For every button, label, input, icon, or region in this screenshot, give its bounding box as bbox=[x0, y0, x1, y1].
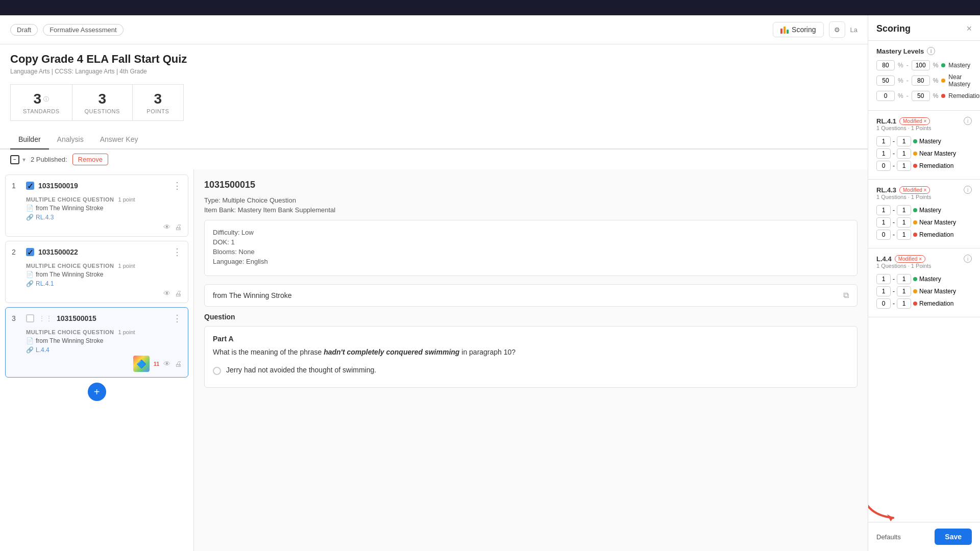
stat-points: 3 POINTS bbox=[133, 84, 184, 121]
rl43-mastery-v2[interactable] bbox=[897, 205, 911, 215]
rl41-modified-badge[interactable]: Modified × bbox=[899, 117, 930, 125]
q1-print-icon[interactable]: 🖨 bbox=[175, 223, 182, 231]
l44-info-icon[interactable]: i bbox=[964, 255, 972, 263]
source-bar: from The Winning Stroke ⧉ bbox=[204, 284, 857, 307]
rl41-rem-label: Remediation bbox=[919, 162, 953, 169]
l44-mastery-label: Mastery bbox=[919, 276, 941, 283]
q1-visibility-icon[interactable]: 👁 bbox=[163, 223, 170, 231]
rl43-rem-dot bbox=[913, 233, 917, 237]
standard-rl43-id: RL.4.3 bbox=[876, 186, 896, 194]
q3-print-icon[interactable]: 🖨 bbox=[175, 360, 182, 368]
rl41-info-icon[interactable]: i bbox=[964, 117, 972, 125]
source-expand-icon[interactable]: ⧉ bbox=[843, 291, 849, 300]
settings-button[interactable]: ⚙ bbox=[829, 21, 845, 38]
standard-section-rl41: RL.4.1 Modified × i 1 Questions · 1 Poin… bbox=[868, 111, 980, 180]
l44-remediation-row: - Remediation bbox=[876, 298, 972, 309]
collapse-button[interactable]: − ▾ bbox=[10, 155, 26, 164]
remove-button[interactable]: Remove bbox=[72, 154, 108, 165]
mastery-min-remediation[interactable] bbox=[876, 91, 895, 101]
l44-near-row: - Near Mastery bbox=[876, 286, 972, 296]
rl43-near-v2[interactable] bbox=[897, 217, 911, 228]
l44-rem-v1[interactable] bbox=[876, 298, 891, 309]
q1-type: MULTIPLE CHOICE QUESTION bbox=[26, 196, 114, 203]
la-label: La bbox=[850, 26, 857, 34]
q3-actions: 🔷 11 👁 🖨 bbox=[26, 356, 182, 372]
rl41-near-v2[interactable] bbox=[897, 148, 911, 159]
mastery-info-icon[interactable]: i bbox=[927, 47, 935, 55]
q3-visibility-icon[interactable]: 👁 bbox=[163, 360, 170, 368]
rl43-modified-badge[interactable]: Modified × bbox=[899, 186, 930, 194]
detail-type: Type: Multiple Choice Question bbox=[204, 196, 857, 204]
mastery-name-mastery: Mastery bbox=[948, 62, 970, 69]
q1-id: 1031500019 bbox=[38, 182, 168, 190]
q1-menu[interactable]: ⋮ bbox=[173, 180, 182, 191]
tab-analysis[interactable]: Analysis bbox=[49, 130, 92, 149]
rl43-info-icon[interactable]: i bbox=[964, 186, 972, 194]
q2-id: 1031500022 bbox=[38, 248, 168, 256]
question-card-1[interactable]: 1 ✓ 1031500019 ⋮ MULTIPLE CHOICE QUESTIO… bbox=[5, 174, 188, 237]
mastery-min-mastery[interactable] bbox=[876, 60, 895, 70]
add-question-button[interactable]: + bbox=[88, 383, 106, 401]
q3-menu[interactable]: ⋮ bbox=[173, 313, 182, 324]
defaults-button[interactable]: Defaults bbox=[876, 533, 901, 541]
q3-checkbox[interactable] bbox=[26, 314, 34, 322]
mastery-min-near[interactable] bbox=[876, 76, 895, 86]
published-label: 2 Published: bbox=[31, 156, 67, 163]
l44-near-v1[interactable] bbox=[876, 286, 891, 296]
scoring-button[interactable]: Scoring bbox=[773, 22, 823, 37]
rl43-near-label: Near Mastery bbox=[919, 219, 956, 226]
q2-body: MULTIPLE CHOICE QUESTION 1 point 📄 from … bbox=[6, 263, 188, 303]
tab-builder[interactable]: Builder bbox=[10, 130, 49, 149]
rl43-mastery-v1[interactable] bbox=[876, 205, 891, 215]
l44-near-v2[interactable] bbox=[897, 286, 911, 296]
q2-checkbox[interactable]: ✓ bbox=[26, 248, 34, 256]
question-card-2[interactable]: 2 ✓ 1031500022 ⋮ MULTIPLE CHOICE QUESTIO… bbox=[5, 241, 188, 303]
scoring-panel-close[interactable]: × bbox=[966, 23, 972, 34]
detail-language: Language: English bbox=[213, 258, 849, 265]
mastery-max-near[interactable] bbox=[912, 76, 930, 86]
radio-1[interactable] bbox=[213, 367, 221, 375]
tab-answer-key[interactable]: Answer Key bbox=[92, 130, 146, 149]
q1-checkbox[interactable]: ✓ bbox=[26, 182, 34, 190]
stats-row: 3 ⓘ STANDARDS 3 QUESTIONS 3 POINTS bbox=[0, 79, 868, 126]
rl43-rem-label: Remediation bbox=[919, 231, 953, 238]
q1-points: 1 point bbox=[118, 196, 135, 203]
drag-handle[interactable]: ⋮⋮ bbox=[38, 314, 53, 322]
stat-questions-value: 3 bbox=[85, 91, 120, 107]
rl43-rem-v2[interactable] bbox=[897, 230, 911, 240]
save-button[interactable]: Save bbox=[935, 529, 972, 545]
q2-actions: 👁 🖨 bbox=[26, 289, 182, 297]
draft-badge[interactable]: Draft bbox=[10, 24, 38, 36]
rl41-mastery-v1[interactable] bbox=[876, 136, 891, 146]
rl41-mastery-label: Mastery bbox=[919, 138, 941, 145]
question-card-3[interactable]: 3 ⋮⋮ 1031500015 ⋮ MULTIPLE CHOICE QUESTI… bbox=[5, 307, 188, 378]
l44-mastery-v1[interactable] bbox=[876, 274, 891, 284]
rl43-mastery-dot bbox=[913, 208, 917, 212]
part-label: Part A bbox=[213, 335, 849, 343]
rl43-mastery-label: Mastery bbox=[919, 207, 941, 214]
stat-standards-label: STANDARDS bbox=[23, 108, 60, 114]
l44-rem-v2[interactable] bbox=[897, 298, 911, 309]
l44-modified-badge[interactable]: Modified × bbox=[895, 255, 925, 263]
mastery-dot-green bbox=[941, 63, 945, 67]
mastery-levels-section: Mastery Levels i % - % Mastery % - % bbox=[868, 41, 980, 111]
rl43-mastery-row: - Mastery bbox=[876, 205, 972, 215]
q3-id: 1031500015 bbox=[57, 314, 168, 322]
l44-mastery-v2[interactable] bbox=[897, 274, 911, 284]
q2-menu[interactable]: ⋮ bbox=[173, 246, 182, 258]
l44-mastery-row: - Mastery bbox=[876, 274, 972, 284]
mastery-max-mastery[interactable] bbox=[912, 60, 930, 70]
rl41-mastery-v2[interactable] bbox=[897, 136, 911, 146]
mastery-max-remediation[interactable] bbox=[912, 91, 930, 101]
rl43-rem-v1[interactable] bbox=[876, 230, 891, 240]
l44-rem-label: Remediation bbox=[919, 300, 953, 307]
q2-print-icon[interactable]: 🖨 bbox=[175, 289, 182, 297]
rl41-near-v1[interactable] bbox=[876, 148, 891, 159]
top-bar bbox=[0, 0, 980, 15]
detail-blooms: Blooms: None bbox=[213, 248, 849, 256]
formative-badge[interactable]: Formative Assessment bbox=[43, 24, 124, 36]
rl41-rem-v1[interactable] bbox=[876, 161, 891, 171]
rl41-rem-v2[interactable] bbox=[897, 161, 911, 171]
q2-visibility-icon[interactable]: 👁 bbox=[163, 289, 170, 297]
rl43-near-v1[interactable] bbox=[876, 217, 891, 228]
